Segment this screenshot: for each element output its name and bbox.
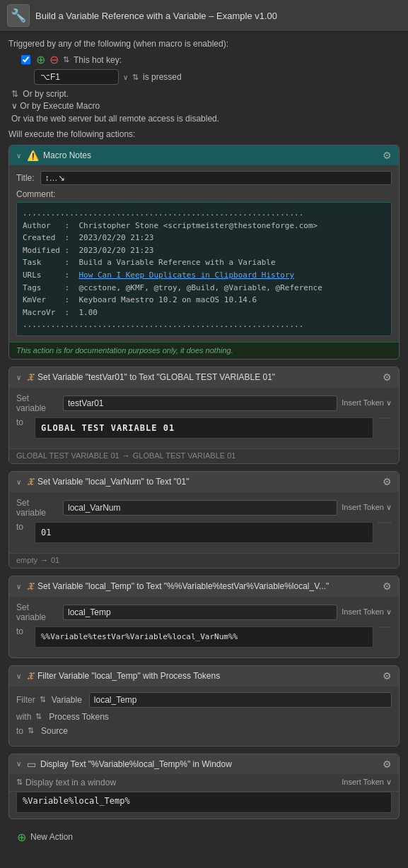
with-type-arrow[interactable]: ⇅ bbox=[35, 712, 42, 721]
varnum-footer-left: empty bbox=[16, 556, 37, 564]
arrow-right-varnum: → bbox=[40, 556, 48, 564]
filter-to-value: Source bbox=[41, 726, 68, 736]
var01-footer: GLOBAL TEST VARIABLE 01 → GLOBAL TEST VA… bbox=[9, 448, 399, 463]
macro-notes-card: ∨ ⚠️ Macro Notes ⚙ Title: Comment: .....… bbox=[8, 145, 400, 359]
to-row-varnum: to 01 bbox=[16, 522, 392, 543]
varnum-value: 01 bbox=[35, 522, 373, 543]
set-vartemp-title: Set Variable "local_Temp" to Text "%%Var… bbox=[37, 581, 378, 591]
var-select-wrapper: testVar01 bbox=[63, 396, 337, 411]
set-var01-header[interactable]: ∨ 𝔛 Set Variable "testVar01" to Text "GL… bbox=[9, 367, 399, 388]
macro-notes-title: Macro Notes bbox=[43, 150, 378, 160]
to-label-varnum: to bbox=[16, 522, 30, 532]
varnum-name-select[interactable]: local_VarNum bbox=[63, 500, 337, 516]
set-vartemp-header[interactable]: ∨ 𝔛 Set Variable "local_Temp" to Text "%… bbox=[9, 576, 399, 597]
set-var01-card: ∨ 𝔛 Set Variable "testVar01" to Text "GL… bbox=[8, 367, 400, 464]
notes-icon: ⚠️ bbox=[27, 150, 39, 161]
notes-gear-icon[interactable]: ⚙ bbox=[383, 150, 392, 161]
display-sub-label[interactable]: ⇅ Display text in a window bbox=[16, 778, 116, 787]
vartemp-value: %%Variable%testVar%Variable%local_VarNum… bbox=[35, 626, 373, 648]
display-text-value: %Variable%local_Temp% bbox=[16, 792, 392, 813]
filter-label: Filter bbox=[16, 695, 35, 705]
with-value: Process Tokens bbox=[49, 712, 109, 722]
is-pressed-label: is pressed bbox=[143, 72, 182, 82]
varnum-gear-icon[interactable]: ⚙ bbox=[383, 476, 392, 487]
by-execute-macro-row[interactable]: ∨ Or by Execute Macro bbox=[8, 101, 400, 111]
collapse-varnum-icon[interactable]: ∨ bbox=[16, 478, 21, 486]
filter-gear-icon[interactable]: ⚙ bbox=[383, 670, 392, 682]
insert-token-var01[interactable]: Insert Token ∨ bbox=[342, 398, 392, 408]
collapse-notes-icon[interactable]: ∨ bbox=[16, 152, 21, 160]
comment-label: Comment: bbox=[16, 189, 392, 199]
macro-notes-body: Title: Comment: ........................… bbox=[9, 165, 399, 342]
notes-title-row: Title: bbox=[16, 171, 392, 185]
insert-token-vartemp[interactable]: Insert Token ∨ bbox=[342, 607, 392, 617]
hotkey-label: This hot key: bbox=[74, 55, 122, 65]
filter-var-select[interactable]: local_Temp bbox=[89, 692, 392, 708]
varnum-icon: 𝔛 bbox=[27, 476, 33, 488]
filter-var-title: Filter Variable "local_Temp" with Proces… bbox=[37, 671, 378, 681]
notes-content: ........................................… bbox=[16, 202, 392, 336]
app-icon: 🔧 bbox=[7, 4, 30, 27]
to-row-var01: to GLOBAL TEST VARIABLE 01 bbox=[16, 417, 392, 439]
new-action-label[interactable]: New Action bbox=[30, 832, 73, 842]
set-variable-row: Set variable testVar01 Insert Token ∨ bbox=[16, 393, 392, 413]
hotkey-input[interactable] bbox=[34, 69, 119, 85]
trigger-checkbox[interactable] bbox=[21, 55, 30, 64]
insert-token-varnum[interactable]: Insert Token ∨ bbox=[342, 503, 392, 512]
add-trigger-button[interactable]: ⊕ bbox=[36, 53, 45, 66]
var01-name-select[interactable]: testVar01 bbox=[63, 396, 337, 411]
varnum-footer-right: 01 bbox=[51, 556, 59, 564]
set-var-label: Set variable bbox=[16, 393, 59, 413]
main-content: Triggered by any of the following (when … bbox=[0, 32, 408, 855]
set-vartemp-body: Set variable local_Temp Insert Token ∨ t… bbox=[9, 597, 399, 658]
window-title: Build a Variable Reference with a Variab… bbox=[35, 11, 277, 21]
set-varnum-body: Set variable local_VarNum Insert Token ∨… bbox=[9, 492, 399, 553]
new-action-row: ⊕ New Action bbox=[8, 826, 400, 848]
hotkey-input-row: ∨ ⇅ is pressed bbox=[8, 69, 400, 85]
filter-main-row: Filter ⇅ Variable local_Temp bbox=[16, 692, 392, 708]
set-var01-title: Set Variable "testVar01" to Text "GLOBAL… bbox=[37, 372, 378, 382]
by-script-row[interactable]: ⇅ Or by script. bbox=[8, 89, 400, 99]
to-label-vartemp: to bbox=[16, 626, 30, 636]
set-varnum-title: Set Variable "local_VarNum" to Text "01" bbox=[37, 477, 378, 487]
display-sub-row: ⇅ Display text in a window Insert Token … bbox=[9, 774, 399, 792]
collapse-filter-icon[interactable]: ∨ bbox=[16, 672, 21, 680]
filter-to-arrow[interactable]: ⇅ bbox=[28, 726, 34, 735]
vartemp-select-wrapper: local_Temp bbox=[63, 605, 337, 620]
vartemp-icon: 𝔛 bbox=[27, 581, 33, 593]
set-varnum-row: Set variable local_VarNum Insert Token ∨ bbox=[16, 498, 392, 518]
collapse-var01-icon[interactable]: ∨ bbox=[16, 374, 21, 381]
notes-url-link[interactable]: How Can I Keep Duplicates in Clipboard H… bbox=[78, 270, 294, 280]
insert-token-display[interactable]: Insert Token ∨ bbox=[342, 778, 392, 787]
notes-title-input[interactable] bbox=[40, 171, 392, 185]
title-bar: 🔧 Build a Variable Reference with a Vari… bbox=[0, 0, 408, 32]
macro-notes-header[interactable]: ∨ ⚠️ Macro Notes ⚙ bbox=[9, 145, 399, 165]
with-label: with bbox=[16, 712, 31, 722]
notes-title-label: Title: bbox=[16, 173, 35, 183]
new-action-plus-icon[interactable]: ⊕ bbox=[17, 831, 26, 844]
remove-trigger-button[interactable]: ⊖ bbox=[49, 53, 59, 66]
filter-icon: 𝔛 bbox=[27, 670, 33, 682]
var01-value: GLOBAL TEST VARIABLE 01 bbox=[35, 417, 373, 439]
display-gear-icon[interactable]: ⚙ bbox=[383, 759, 392, 770]
var01-footer-right: GLOBAL TEST VARIABLE 01 bbox=[133, 451, 236, 460]
var01-gear-icon[interactable]: ⚙ bbox=[383, 371, 392, 383]
will-execute-label: Will execute the following actions: bbox=[8, 129, 400, 139]
set-vartemp-card: ∨ 𝔛 Set Variable "local_Temp" to Text "%… bbox=[8, 576, 400, 658]
set-vartemp-row: Set variable local_Temp Insert Token ∨ bbox=[16, 602, 392, 622]
hotkey-dropdown-arrow[interactable]: ∨ bbox=[123, 73, 128, 81]
filter-var-select-wrapper: local_Temp bbox=[89, 692, 392, 708]
display-sub-text: Display text in a window bbox=[25, 778, 116, 787]
filter-var-card: ∨ 𝔛 Filter Variable "local_Temp" with Pr… bbox=[8, 665, 400, 747]
display-text-header[interactable]: ∨ ▭ Display Text "%Variable%local_Temp%"… bbox=[9, 754, 399, 774]
vartemp-name-select[interactable]: local_Temp bbox=[63, 605, 337, 620]
to-label-var01: to bbox=[16, 417, 30, 427]
set-varnum-header[interactable]: ∨ 𝔛 Set Variable "local_VarNum" to Text … bbox=[9, 472, 399, 492]
vartemp-gear-icon[interactable]: ⚙ bbox=[383, 581, 392, 592]
filter-type-arrow[interactable]: ⇅ bbox=[40, 695, 46, 704]
var01-icon: 𝔛 bbox=[27, 371, 33, 384]
collapse-vartemp-icon[interactable]: ∨ bbox=[16, 583, 21, 590]
filter-var-header[interactable]: ∨ 𝔛 Filter Variable "local_Temp" with Pr… bbox=[9, 666, 399, 686]
collapse-display-icon[interactable]: ∨ bbox=[16, 760, 21, 768]
var01-footer-left: GLOBAL TEST VARIABLE 01 bbox=[16, 451, 120, 460]
